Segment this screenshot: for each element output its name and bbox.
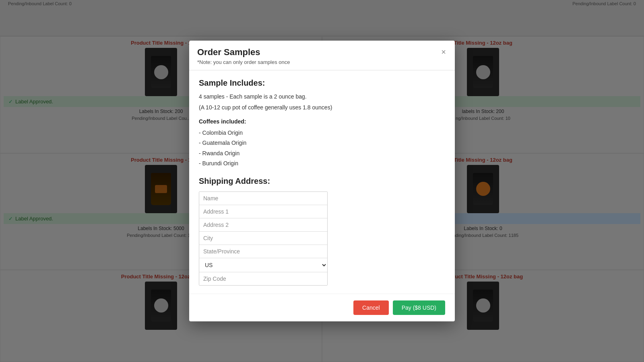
modal-footer: Cancel Pay ($8 USD) [189,294,455,321]
city-input[interactable] [199,232,327,245]
sample-section-title: Sample Includes: [199,78,445,88]
coffee-item-4: Burundi Origin [199,158,445,169]
address2-input[interactable] [199,218,327,232]
modal-subtitle: *Note: you can only order samples once [197,59,447,65]
coffees-title: Coffees included: [199,118,445,125]
modal-overlay: Order Samples *Note: you can only order … [0,0,644,362]
modal-close-button[interactable]: × [439,47,448,57]
coffee-item-2: Guatemala Origin [199,138,445,148]
coffee-item-3: Rwanda Origin [199,148,445,158]
coffee-list: Colombia Origin Guatemala Origin Rwanda … [199,128,445,169]
name-input[interactable] [199,192,327,205]
modal-title: Order Samples [197,47,447,58]
coffee-item-1: Colombia Origin [199,128,445,138]
address1-input[interactable] [199,205,327,218]
country-select[interactable]: US CA GB AU DE FR [199,258,327,272]
cancel-button[interactable]: Cancel [353,300,389,315]
sample-desc-2: (A 10-12 cup pot of coffee generally use… [199,103,445,112]
modal-header: Order Samples *Note: you can only order … [189,41,455,70]
state-input[interactable] [199,245,327,258]
modal-body: Sample Includes: 4 samples - Each sample… [189,70,455,294]
order-samples-modal: Order Samples *Note: you can only order … [189,41,455,321]
shipping-title: Shipping Address: [199,177,445,186]
zip-input[interactable] [199,272,327,285]
sample-desc-1: 4 samples - Each sample is a 2 ounce bag… [199,93,445,101]
shipping-form: US CA GB AU DE FR [199,191,328,286]
pay-button[interactable]: Pay ($8 USD) [393,300,445,315]
